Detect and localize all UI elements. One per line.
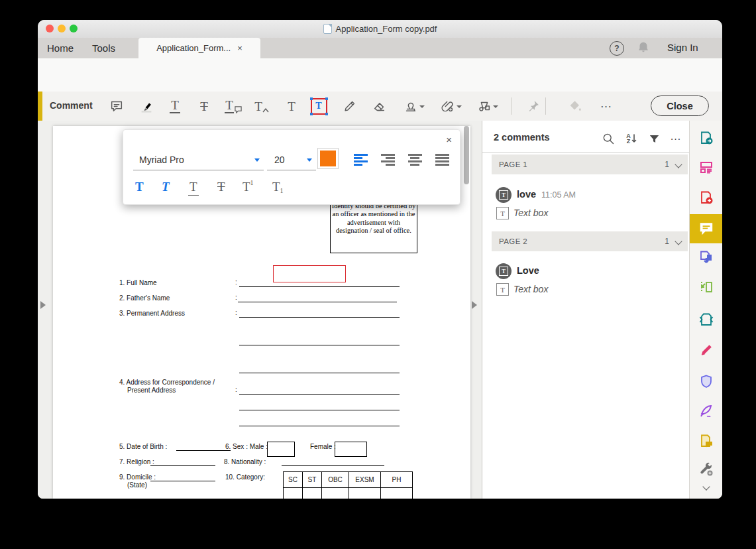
replace-text-icon[interactable]: T (222, 95, 244, 117)
comment-toolbar-label: Comment (50, 100, 93, 111)
stamp-icon[interactable] (400, 95, 422, 117)
chevron-down-icon (254, 158, 260, 162)
create-pdf-icon[interactable] (690, 183, 722, 212)
align-right-button[interactable] (376, 149, 399, 171)
form-line (239, 345, 400, 345)
tab-close-icon[interactable]: × (237, 43, 243, 53)
text-properties-popup: × Myriad Pro 20 (123, 129, 460, 205)
comment-toolbar: Comment T T T T T (38, 91, 722, 121)
subscript-button[interactable]: T1 (272, 180, 284, 199)
sign-in-button[interactable]: Sign In (667, 42, 698, 53)
export-pdf-icon[interactable] (690, 123, 722, 152)
superscript-button[interactable]: T1 (243, 180, 254, 199)
sticky-note-icon[interactable] (105, 95, 128, 117)
drawing-shapes-icon[interactable] (473, 95, 496, 117)
acrobat-window: Application_Form copy.pdf Home Tools App… (38, 20, 722, 499)
chevron-down-icon (675, 237, 682, 245)
comment-time: 11:05 AM (541, 190, 576, 200)
eraser-icon[interactable] (368, 95, 390, 117)
pin-keep-tool-icon[interactable] (522, 95, 545, 117)
tools-rail (689, 121, 722, 499)
font-size-select[interactable]: 20 (267, 150, 316, 170)
notifications-bell-icon[interactable] (636, 40, 651, 58)
highlighter-icon[interactable] (135, 95, 158, 117)
close-comment-button[interactable]: Close (651, 95, 709, 116)
field-label-domicile: 9. Domicile : (119, 473, 156, 481)
strikethrough-button[interactable]: T (216, 180, 227, 199)
insert-text-icon[interactable]: T (250, 95, 273, 117)
form-line (150, 481, 215, 481)
avatar: T (496, 263, 512, 279)
main-toolbar: 1 / 4 (38, 58, 722, 92)
comment-author: Love (517, 265, 539, 276)
font-color-swatch[interactable] (317, 148, 339, 169)
bold-button-active[interactable]: T (135, 180, 144, 199)
form-line (150, 465, 215, 466)
field-label-fathers-name: 2. Father's Name (119, 294, 170, 302)
field-label-religion: 7. Religion : (119, 458, 154, 465)
filter-comments-icon[interactable] (645, 129, 663, 148)
more-options-icon[interactable]: … (595, 95, 618, 117)
form-line (239, 410, 400, 410)
document-scrollbar[interactable] (464, 126, 469, 184)
organize-pages-icon[interactable] (690, 243, 722, 272)
align-center-button[interactable] (404, 149, 426, 171)
strikethrough-text-icon[interactable]: T (193, 95, 215, 117)
tab-tools[interactable]: Tools (92, 38, 115, 58)
form-line (176, 450, 231, 451)
female-checkbox[interactable] (335, 442, 367, 457)
form-line (239, 394, 400, 395)
left-panel-toggle-icon[interactable] (40, 301, 46, 309)
italic-button-active[interactable]: T (162, 180, 170, 199)
page2-section-header[interactable]: PAGE 2 1 (492, 231, 688, 251)
pencil-draw-icon[interactable] (339, 95, 361, 117)
form-line (239, 317, 400, 318)
text-box-tool-icon-active[interactable]: T (307, 95, 330, 117)
field-label-category: 10. Category: (225, 473, 265, 481)
help-icon[interactable]: ? (610, 41, 624, 56)
underline-text-icon[interactable]: T (164, 95, 186, 117)
field-label-permanent-address: 3. Permanent Address (119, 310, 185, 317)
send-for-comments-icon[interactable] (690, 426, 722, 456)
tab-document-label: Application_Form... (156, 43, 231, 53)
title-bar: Application_Form copy.pdf (38, 20, 722, 38)
avatar: T (496, 187, 512, 203)
scan-ocr-icon[interactable] (690, 273, 722, 302)
comment-accent-bar (38, 91, 42, 121)
window-title: Application_Form copy.pdf (336, 24, 437, 34)
toolbar-separator (545, 97, 546, 115)
underline-button[interactable]: T (188, 180, 199, 199)
fill-sign-icon[interactable] (690, 336, 722, 365)
tab-home[interactable]: Home (47, 38, 74, 58)
fill-color-bucket-icon[interactable] (564, 95, 586, 117)
comments-options-icon[interactable]: … (667, 129, 685, 148)
form-line (239, 426, 400, 426)
selected-text-box-annotation[interactable] (273, 265, 346, 282)
form-line (282, 465, 384, 466)
form-line (239, 373, 400, 373)
align-left-button-active[interactable] (349, 149, 372, 171)
align-justify-button[interactable] (431, 149, 453, 171)
compress-pdf-icon[interactable] (690, 305, 722, 334)
edit-pdf-icon[interactable] (690, 152, 722, 182)
search-comments-icon[interactable] (599, 129, 618, 148)
page1-section-header[interactable]: PAGE 1 1 (492, 154, 688, 174)
field-label-dob: 5. Date of Birth : (119, 443, 167, 450)
attach-file-icon[interactable] (437, 95, 459, 117)
toolbar-separator (511, 97, 512, 115)
panel-header-divider (482, 152, 689, 152)
right-panel-toggle-icon[interactable] (472, 301, 477, 309)
tab-bar: Home Tools Application_Form... × ? Sign … (38, 38, 722, 58)
tab-document[interactable]: Application_Form... × (138, 38, 260, 58)
rail-scroll-down-icon[interactable] (690, 479, 722, 495)
comment-tool-icon-active[interactable] (690, 214, 722, 243)
font-family-select[interactable]: Myriad Pro (133, 150, 264, 170)
field-label-full-name: 1. Full Name (119, 279, 157, 286)
male-checkbox[interactable] (267, 442, 295, 457)
certificates-icon[interactable] (690, 396, 722, 426)
protect-icon[interactable] (690, 367, 722, 396)
chevron-down-icon (675, 160, 682, 168)
popup-close-icon[interactable]: × (446, 134, 452, 145)
sort-comments-icon[interactable]: AZ (622, 129, 641, 148)
add-text-icon[interactable]: T (280, 95, 303, 117)
